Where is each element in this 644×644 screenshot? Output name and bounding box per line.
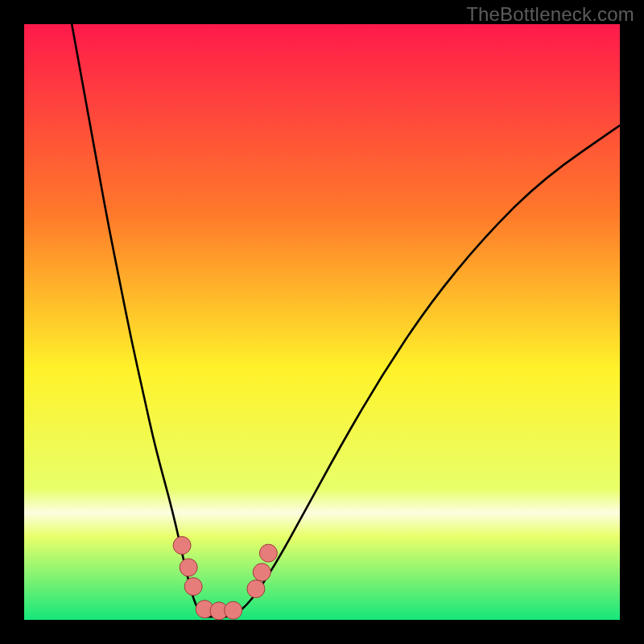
data-marker xyxy=(180,559,197,576)
watermark-text: TheBottleneck.com xyxy=(466,3,634,26)
chart-frame: { "watermark": "TheBottleneck.com", "col… xyxy=(0,0,644,644)
data-marker xyxy=(253,564,270,581)
data-marker xyxy=(247,580,265,598)
data-marker xyxy=(184,578,202,596)
data-marker xyxy=(173,537,191,555)
chart-svg xyxy=(0,0,644,644)
data-marker xyxy=(259,544,277,562)
data-marker xyxy=(225,601,242,619)
plot-background xyxy=(24,24,620,620)
